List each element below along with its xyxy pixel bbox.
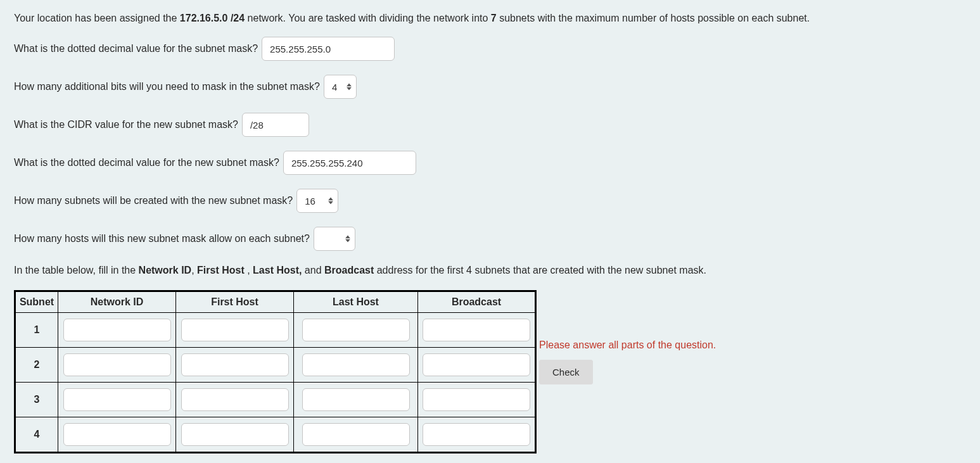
subnet-table: Subnet Network ID First Host Last Host B…	[14, 290, 537, 453]
additional-bits-select[interactable]: 4	[324, 75, 357, 99]
cidr-input[interactable]	[242, 113, 309, 137]
table-intro-f4: Broadcast	[324, 265, 374, 276]
new-subnet-mask-input[interactable]	[283, 151, 416, 175]
question-5-row: How many subnets will be created with th…	[14, 189, 966, 213]
first-host-input[interactable]	[181, 388, 289, 411]
row-num: 4	[34, 429, 40, 440]
broadcast-input[interactable]	[423, 388, 530, 411]
header-network-id: Network ID	[58, 291, 176, 313]
table-intro-sep1: ,	[191, 265, 197, 276]
table-intro-f2: First Host	[197, 265, 245, 276]
question-6-label: How many hosts will this new subnet mask…	[14, 233, 310, 244]
table-intro-f1: Network ID	[139, 265, 192, 276]
table-row: 4	[15, 417, 536, 453]
question-3-row: What is the CIDR value for the new subne…	[14, 113, 966, 137]
row-num: 2	[34, 359, 40, 370]
hosts-per-subnet-select[interactable]	[314, 227, 355, 251]
broadcast-input[interactable]	[423, 353, 530, 376]
row-num: 3	[34, 394, 40, 405]
first-host-input[interactable]	[181, 319, 289, 341]
question-1-label: What is the dotted decimal value for the…	[14, 43, 258, 54]
network-id-input[interactable]	[63, 423, 171, 446]
header-subnet: Subnet	[15, 291, 58, 313]
table-intro-sep2: ,	[245, 265, 253, 276]
table-intro-sep3: and	[302, 265, 324, 276]
subnet-mask-input[interactable]	[262, 37, 395, 61]
intro-suffix: subnets with the maximum number of hosts…	[497, 13, 810, 23]
question-2-row: How many additional bits will you need t…	[14, 75, 966, 99]
table-intro-f3: Last Host,	[253, 265, 302, 276]
subnets-created-select[interactable]: 16	[296, 189, 338, 213]
intro-count: 7	[491, 13, 497, 23]
first-host-input[interactable]	[181, 353, 289, 376]
side-panel: Please answer all parts of the question.…	[539, 290, 716, 384]
last-host-input[interactable]	[302, 353, 410, 376]
table-intro-prefix: In the table below, fill in the	[14, 265, 139, 276]
network-id-input[interactable]	[63, 319, 171, 341]
error-message: Please answer all parts of the question.	[539, 339, 716, 351]
last-host-input[interactable]	[302, 423, 410, 446]
question-5-label: How many subnets will be created with th…	[14, 195, 293, 206]
intro-middle: network. You are tasked with dividing th…	[245, 13, 491, 23]
header-last-host: Last Host	[294, 291, 418, 313]
broadcast-input[interactable]	[423, 423, 530, 446]
broadcast-input[interactable]	[423, 319, 530, 341]
header-broadcast: Broadcast	[418, 291, 536, 313]
last-host-input[interactable]	[302, 319, 410, 341]
intro-network: 172.16.5.0 /24	[180, 13, 245, 23]
intro-text: Your location has been assigned the 172.…	[14, 13, 966, 24]
table-row: 2	[15, 348, 536, 383]
question-4-label: What is the dotted decimal value for the…	[14, 157, 279, 168]
table-row: 3	[15, 383, 536, 417]
question-1-row: What is the dotted decimal value for the…	[14, 37, 966, 61]
network-id-input[interactable]	[63, 388, 171, 411]
table-row: 1	[15, 313, 536, 348]
check-button[interactable]: Check	[539, 360, 593, 384]
table-intro-text: In the table below, fill in the Network …	[14, 265, 966, 276]
first-host-input[interactable]	[181, 423, 289, 446]
question-2-label: How many additional bits will you need t…	[14, 81, 320, 92]
row-num: 1	[34, 324, 40, 335]
last-host-input[interactable]	[302, 388, 410, 411]
question-4-row: What is the dotted decimal value for the…	[14, 151, 966, 175]
network-id-input[interactable]	[63, 353, 171, 376]
question-6-row: How many hosts will this new subnet mask…	[14, 227, 966, 251]
intro-prefix: Your location has been assigned the	[14, 13, 180, 23]
table-intro-suffix: address for the first 4 subnets that are…	[374, 265, 706, 276]
question-3-label: What is the CIDR value for the new subne…	[14, 119, 238, 130]
header-first-host: First Host	[176, 291, 294, 313]
